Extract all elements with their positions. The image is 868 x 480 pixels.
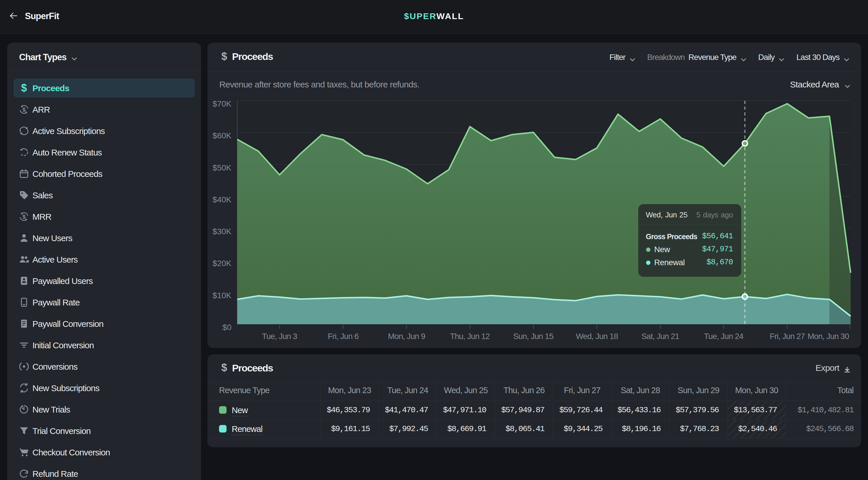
svg-text:$: $ [23, 214, 26, 220]
svg-text:$: $ [23, 107, 26, 113]
